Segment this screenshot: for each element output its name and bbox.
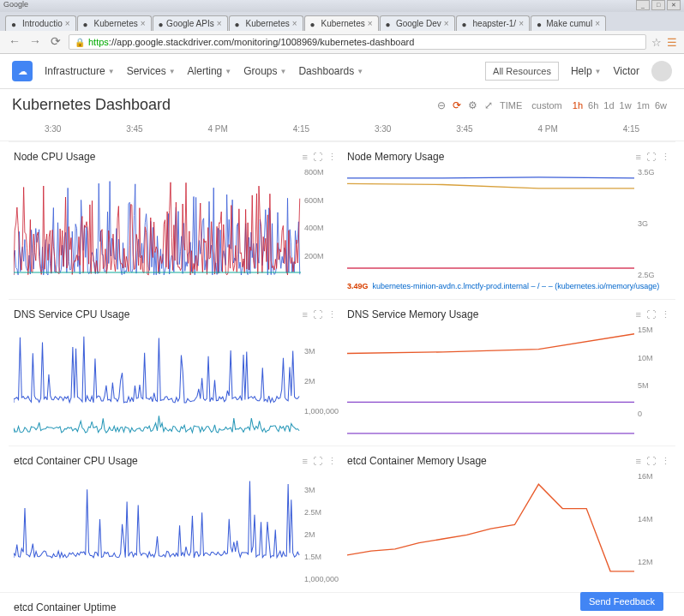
- y-axis: 15M10M5M0: [634, 326, 670, 437]
- nav-dashboards[interactable]: Dashboards▼: [298, 65, 363, 77]
- fullscreen-icon[interactable]: ⤢: [484, 99, 493, 111]
- page-title: Kubernetes Dashboard: [12, 96, 171, 114]
- tab-close-icon[interactable]: ×: [141, 19, 146, 28]
- chart-plot[interactable]: [347, 326, 634, 437]
- caret-icon: ▼: [595, 68, 602, 75]
- time-tick: 3:45: [126, 124, 142, 134]
- browser-tab[interactable]: ●Kubernetes×: [304, 15, 379, 31]
- chart-expand-icon[interactable]: ⛶: [313, 152, 322, 163]
- favicon-icon: ●: [11, 20, 20, 28]
- chart-expand-icon[interactable]: ⛶: [646, 152, 656, 163]
- lock-icon: 🔒: [75, 38, 85, 47]
- settings-icon[interactable]: ⚙: [468, 99, 477, 111]
- chart-list-icon[interactable]: ≡: [303, 152, 308, 163]
- bookmark-icon[interactable]: ☆: [651, 36, 662, 49]
- chart-panel: DNS Service CPU Usage ≡ ⛶ ⋮ 3M2M1,000,00…: [9, 299, 342, 446]
- send-feedback-button[interactable]: Send Feedback: [580, 592, 663, 611]
- y-tick: 2.5M: [304, 508, 337, 517]
- time-tick: 4:15: [293, 124, 309, 134]
- browser-tab[interactable]: ●Make cumul×: [531, 15, 606, 31]
- time-range-1w[interactable]: 1w: [617, 100, 634, 111]
- nav-infrastructure[interactable]: Infrastructure▼: [45, 65, 115, 77]
- tab-close-icon[interactable]: ×: [595, 19, 600, 28]
- forward-button[interactable]: →: [27, 34, 43, 50]
- back-button[interactable]: ←: [7, 34, 22, 50]
- browser-chrome: Google _ □ ✕ ●Introductio×●Kubernetes×●G…: [0, 0, 684, 54]
- minimize-button[interactable]: _: [636, 0, 650, 10]
- chart-panel: Node CPU Usage ≡ ⛶ ⋮ 800M600M400M200M: [9, 141, 342, 299]
- time-range-1d[interactable]: 1d: [601, 100, 616, 111]
- chart-list-icon[interactable]: ≡: [636, 152, 641, 163]
- chart-list-icon[interactable]: ≡: [636, 456, 641, 467]
- chart-menu-icon[interactable]: ⋮: [661, 309, 670, 320]
- chart-title: DNS Service Memory Usage: [347, 308, 478, 320]
- close-window-button[interactable]: ✕: [667, 0, 681, 10]
- chart-plot[interactable]: [347, 168, 634, 279]
- chart-menu-icon[interactable]: ⋮: [327, 152, 337, 163]
- y-tick: 10M: [638, 354, 670, 362]
- chart-title: DNS Service CPU Usage: [14, 308, 129, 320]
- avatar[interactable]: [651, 61, 672, 81]
- y-tick: 12M: [638, 558, 670, 566]
- time-range-1h[interactable]: 1h: [570, 100, 585, 111]
- chart-title: Node Memory Usage: [347, 151, 444, 163]
- chart-list-icon[interactable]: ≡: [303, 456, 308, 467]
- chart-title: etcd Container CPU Usage: [14, 455, 138, 467]
- chart-menu-icon[interactable]: ⋮: [327, 309, 337, 320]
- time-range-6h[interactable]: 6h: [585, 100, 601, 111]
- time-range-6w[interactable]: 6w: [652, 100, 669, 111]
- chart-panel: DNS Service Memory Usage ≡ ⛶ ⋮ 15M10M5M0: [342, 299, 675, 446]
- tab-close-icon[interactable]: ×: [368, 19, 373, 28]
- y-tick: 800M: [304, 168, 337, 176]
- browser-tab[interactable]: ●Kubernetes×: [77, 15, 152, 31]
- browser-tab[interactable]: ●Introductio×: [5, 15, 76, 31]
- browser-tab[interactable]: ●Google Dev×: [380, 15, 455, 31]
- refresh-icon[interactable]: ⟳: [453, 99, 461, 111]
- help-menu[interactable]: Help▼: [571, 65, 602, 77]
- browser-tab[interactable]: ●Google APIs×: [153, 15, 228, 31]
- chart-expand-icon[interactable]: ⛶: [646, 456, 656, 467]
- tab-close-icon[interactable]: ×: [65, 19, 70, 28]
- reload-button[interactable]: ⟳: [48, 34, 63, 50]
- chart-expand-icon[interactable]: ⛶: [646, 309, 656, 320]
- y-tick: 400M: [304, 224, 337, 232]
- browser-tab[interactable]: ●Kubernetes×: [229, 15, 303, 31]
- favicon-icon: ●: [386, 20, 393, 28]
- chart-plot[interactable]: [14, 326, 301, 437]
- stackdriver-logo-icon[interactable]: ☁: [12, 61, 33, 81]
- nav-alerting[interactable]: Alerting▼: [188, 65, 232, 77]
- tab-close-icon[interactable]: ×: [292, 19, 297, 28]
- chart-title: etcd Container Memory Usage: [347, 455, 487, 467]
- y-axis: 800M600M400M200M: [301, 168, 337, 279]
- time-range-1m[interactable]: 1m: [634, 100, 652, 111]
- chart-expand-icon[interactable]: ⛶: [313, 456, 322, 467]
- tab-close-icon[interactable]: ×: [444, 19, 449, 28]
- chart-menu-icon[interactable]: ⋮: [661, 152, 670, 163]
- y-tick: 3M: [304, 486, 337, 494]
- y-tick: 3.5G: [638, 168, 670, 176]
- zoom-out-icon[interactable]: ⊖: [437, 99, 446, 111]
- time-custom[interactable]: custom: [529, 100, 564, 111]
- tab-close-icon[interactable]: ×: [217, 19, 222, 28]
- time-range-selector: custom 1h6h1d1w1m6w: [529, 100, 672, 111]
- chart-expand-icon[interactable]: ⛶: [313, 309, 322, 320]
- hamburger-icon[interactable]: ☰: [667, 36, 677, 49]
- chart-menu-icon[interactable]: ⋮: [327, 456, 337, 467]
- tab-close-icon[interactable]: ×: [519, 19, 524, 28]
- nav-services[interactable]: Services▼: [127, 65, 176, 77]
- maximize-button[interactable]: □: [651, 0, 665, 10]
- nav-groups[interactable]: Groups▼: [243, 65, 286, 77]
- chart-list-icon[interactable]: ≡: [636, 309, 641, 320]
- chart-panel: etcd Container CPU Usage ≡ ⛶ ⋮ 3M2.5M2M1…: [9, 446, 342, 592]
- chart-list-icon[interactable]: ≡: [303, 309, 308, 320]
- resource-selector[interactable]: All Resources: [485, 62, 559, 81]
- chart-menu-icon[interactable]: ⋮: [661, 456, 670, 467]
- chart-plot[interactable]: [347, 472, 634, 583]
- chart-plot[interactable]: [14, 168, 301, 279]
- browser-tab[interactable]: ●heapster-1/×: [456, 15, 530, 31]
- user-menu[interactable]: Victor: [614, 65, 639, 77]
- url-input[interactable]: 🔒 https://app.google.stackdriver.com/mon…: [69, 34, 646, 50]
- y-tick: 1,000,000: [304, 407, 337, 416]
- chart-plot[interactable]: [14, 472, 301, 583]
- time-axis: 3:303:454 PM4:15 3:303:454 PM4:15: [0, 121, 684, 141]
